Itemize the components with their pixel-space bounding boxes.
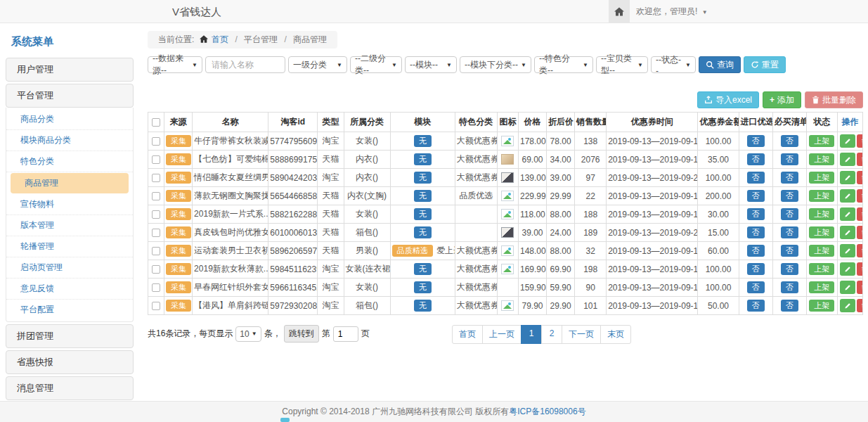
row-checkbox[interactable]: [152, 155, 160, 164]
select-all-checkbox[interactable]: [152, 118, 160, 127]
edit-button[interactable]: [840, 134, 855, 148]
delete-button[interactable]: [857, 207, 863, 221]
name-search-input[interactable]: [205, 56, 285, 73]
delete-button[interactable]: [857, 244, 863, 257]
user-dropdown[interactable]: 欢迎您，管理员! ▼: [636, 0, 708, 24]
filter-select-level2-category[interactable]: --二级分类-- ▼: [350, 56, 402, 73]
import-optional-toggle[interactable]: 否: [747, 263, 765, 276]
must-buy-toggle[interactable]: 否: [781, 300, 798, 312]
icp-link[interactable]: 粤ICP备16098006号: [509, 406, 585, 418]
edit-button[interactable]: [840, 153, 855, 166]
edit-button[interactable]: [840, 244, 855, 257]
row-checkbox[interactable]: [152, 192, 160, 200]
breadcrumb-home-link[interactable]: 首页: [212, 34, 228, 44]
submenu-item-carousel-mgmt[interactable]: 轮播管理: [6, 236, 133, 257]
row-checkbox[interactable]: [152, 247, 160, 255]
delete-button[interactable]: [857, 189, 863, 203]
edit-button[interactable]: [840, 262, 855, 276]
home-nav-button[interactable]: [609, 0, 630, 23]
jump-button[interactable]: 跳转到: [284, 325, 319, 343]
import-optional-toggle[interactable]: 否: [747, 245, 765, 257]
must-buy-toggle[interactable]: 否: [781, 263, 798, 276]
delete-button[interactable]: [857, 262, 863, 276]
must-buy-toggle[interactable]: 否: [781, 226, 798, 239]
module-badge[interactable]: 无: [414, 208, 432, 221]
status-badge[interactable]: 上架: [809, 226, 834, 239]
row-checkbox[interactable]: [152, 174, 160, 182]
must-buy-toggle[interactable]: 否: [781, 190, 798, 203]
module-badge[interactable]: 无: [414, 172, 432, 184]
import-optional-toggle[interactable]: 否: [747, 153, 765, 166]
batch-delete-button[interactable]: 批量删除: [805, 91, 863, 108]
row-checkbox[interactable]: [152, 229, 160, 237]
submenu-item-feature-category[interactable]: 特色分类: [6, 151, 133, 172]
edit-button[interactable]: [840, 189, 855, 203]
submenu-item-promo-material[interactable]: 宣传物料: [6, 194, 133, 215]
delete-button[interactable]: [857, 226, 863, 239]
row-checkbox[interactable]: [152, 265, 160, 274]
delete-button[interactable]: [857, 153, 863, 166]
submenu-item-goods-category[interactable]: 商品分类: [6, 109, 133, 130]
module-badge[interactable]: 无: [414, 135, 432, 148]
status-badge[interactable]: 上架: [809, 135, 834, 148]
delete-button[interactable]: [857, 299, 863, 312]
filter-select-item-type[interactable]: --宝贝类型-- ▼: [596, 56, 648, 73]
import-optional-toggle[interactable]: 否: [747, 226, 765, 239]
module-badge[interactable]: 无: [414, 226, 432, 239]
page-size-select[interactable]: 10 ▼: [235, 326, 261, 342]
status-badge[interactable]: 上架: [809, 190, 834, 203]
pager-prev[interactable]: 上一页: [482, 325, 522, 344]
submenu-item-module-goods-category[interactable]: 模块商品分类: [6, 130, 133, 151]
reset-button[interactable]: 重置: [744, 56, 786, 73]
status-badge[interactable]: 上架: [809, 300, 834, 312]
delete-button[interactable]: [857, 281, 863, 294]
delete-button[interactable]: [857, 171, 863, 184]
module-badge[interactable]: 品质精选: [392, 245, 433, 257]
module-badge[interactable]: 无: [414, 300, 432, 312]
filter-select-feature-category[interactable]: --特色分类-- ▼: [534, 56, 593, 73]
module-badge[interactable]: 无: [414, 263, 432, 276]
add-button[interactable]: + 添加: [763, 91, 801, 108]
status-badge[interactable]: 上架: [809, 172, 834, 184]
row-checkbox[interactable]: [152, 302, 160, 310]
module-badge[interactable]: 无: [414, 153, 432, 166]
filter-select-data-source[interactable]: --数据来源-- ▼: [148, 56, 202, 73]
import-optional-toggle[interactable]: 否: [747, 281, 765, 294]
must-buy-toggle[interactable]: 否: [781, 153, 798, 166]
must-buy-toggle[interactable]: 否: [781, 281, 798, 294]
edit-button[interactable]: [840, 207, 855, 221]
sidebar-item-user-mgmt[interactable]: 用户管理: [6, 58, 134, 82]
import-optional-toggle[interactable]: 否: [747, 190, 765, 203]
status-badge[interactable]: 上架: [809, 153, 834, 166]
status-badge[interactable]: 上架: [809, 281, 834, 294]
edit-button[interactable]: [840, 171, 855, 184]
sidebar-item-platform-mgmt[interactable]: 平台管理: [6, 84, 134, 108]
edit-button[interactable]: [840, 299, 855, 312]
pager-page-2[interactable]: 2: [541, 325, 562, 344]
submenu-item-goods-mgmt-active[interactable]: 商品管理: [11, 173, 129, 193]
sidebar-item-message-mgmt[interactable]: 消息管理: [6, 376, 134, 400]
import-optional-toggle[interactable]: 否: [747, 208, 765, 221]
filter-select-level1-category[interactable]: 一级分类 ▼: [288, 56, 347, 73]
submenu-item-version-mgmt[interactable]: 版本管理: [6, 215, 133, 236]
module-badge[interactable]: 无: [414, 281, 432, 294]
sidebar-item-group-buy-mgmt[interactable]: 拼团管理: [6, 324, 134, 348]
edit-button[interactable]: [840, 226, 855, 239]
pager-first[interactable]: 首页: [452, 325, 483, 344]
status-badge[interactable]: 上架: [809, 208, 834, 221]
filter-select-module[interactable]: --模块-- ▼: [405, 56, 457, 73]
import-optional-toggle[interactable]: 否: [747, 300, 765, 312]
pager-next[interactable]: 下一页: [562, 325, 601, 344]
submenu-item-feedback[interactable]: 意见反馈: [6, 279, 133, 300]
must-buy-toggle[interactable]: 否: [781, 208, 798, 221]
must-buy-toggle[interactable]: 否: [781, 172, 798, 184]
status-badge[interactable]: 上架: [809, 245, 834, 257]
must-buy-toggle[interactable]: 否: [781, 245, 798, 257]
jump-page-input[interactable]: [333, 326, 358, 342]
delete-button[interactable]: [857, 134, 863, 148]
import-optional-toggle[interactable]: 否: [747, 172, 765, 184]
edit-button[interactable]: [840, 281, 855, 294]
import-optional-toggle[interactable]: 否: [747, 135, 765, 148]
filter-select-status[interactable]: --状态-- ▼: [651, 56, 696, 73]
row-checkbox[interactable]: [152, 283, 160, 292]
